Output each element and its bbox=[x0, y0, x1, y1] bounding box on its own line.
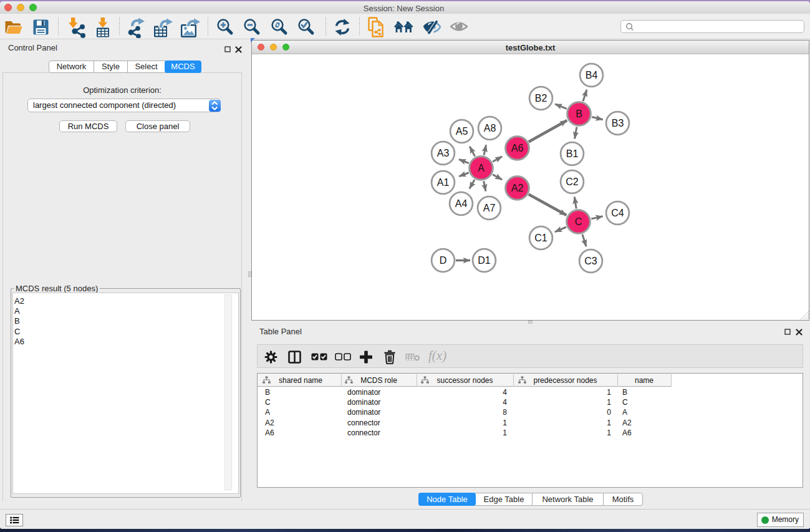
svg-text:A7: A7 bbox=[483, 203, 495, 213]
svg-text:A: A bbox=[478, 163, 485, 173]
svg-text:C4: C4 bbox=[611, 208, 624, 218]
svg-text:C3: C3 bbox=[584, 256, 597, 266]
svg-text:C2: C2 bbox=[566, 177, 579, 187]
svg-text:B3: B3 bbox=[611, 118, 624, 128]
svg-text:B2: B2 bbox=[534, 93, 547, 104]
svg-text:D: D bbox=[439, 255, 446, 266]
svg-text:C: C bbox=[574, 216, 582, 227]
svg-text:B1: B1 bbox=[566, 148, 578, 159]
svg-text:D1: D1 bbox=[478, 255, 491, 266]
svg-text:A5: A5 bbox=[455, 126, 468, 137]
svg-text:A3: A3 bbox=[436, 148, 449, 158]
svg-text:A2: A2 bbox=[511, 183, 523, 193]
svg-text:A6: A6 bbox=[511, 143, 523, 153]
svg-text:A8: A8 bbox=[483, 123, 496, 133]
svg-text:B: B bbox=[576, 109, 582, 119]
svg-text:A4: A4 bbox=[455, 198, 467, 209]
svg-text:C1: C1 bbox=[534, 233, 547, 243]
svg-text:A1: A1 bbox=[436, 177, 449, 188]
svg-text:B4: B4 bbox=[585, 70, 597, 80]
